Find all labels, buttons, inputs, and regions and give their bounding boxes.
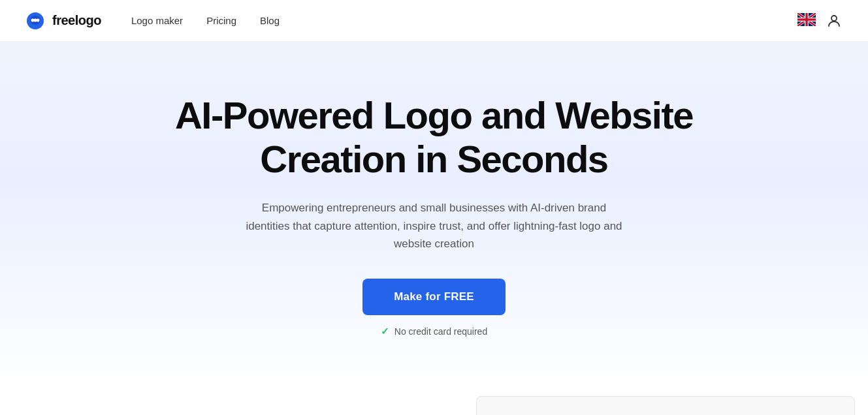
bottom-section <box>0 390 868 415</box>
language-flag[interactable] <box>797 13 816 29</box>
hero-subtitle: Empowering entrepreneurs and small busin… <box>245 199 624 253</box>
hero-section: AI-Powered Logo and Website Creation in … <box>0 42 868 390</box>
svg-point-6 <box>831 16 837 21</box>
navbar: freelogo Logo maker Pricing Blog <box>0 0 868 42</box>
user-account-icon[interactable] <box>826 13 842 29</box>
nav-blog[interactable]: Blog <box>251 10 289 31</box>
brand-logo[interactable]: freelogo <box>26 10 101 31</box>
svg-point-4 <box>37 18 40 22</box>
check-icon: ✓ <box>381 326 389 337</box>
preview-card <box>476 396 855 415</box>
nav-links: Logo maker Pricing Blog <box>122 10 289 31</box>
brand-icon <box>26 10 47 31</box>
nav-pricing[interactable]: Pricing <box>197 10 246 31</box>
no-credit-card-notice: ✓ No credit card required <box>381 326 487 337</box>
nav-logo-maker[interactable]: Logo maker <box>122 10 192 31</box>
cta-make-free-button[interactable]: Make for FREE <box>362 279 506 315</box>
brand-name: freelogo <box>52 13 101 28</box>
navbar-right <box>797 13 842 29</box>
no-credit-card-text: No credit card required <box>394 326 487 337</box>
hero-title: AI-Powered Logo and Website Creation in … <box>175 94 693 181</box>
